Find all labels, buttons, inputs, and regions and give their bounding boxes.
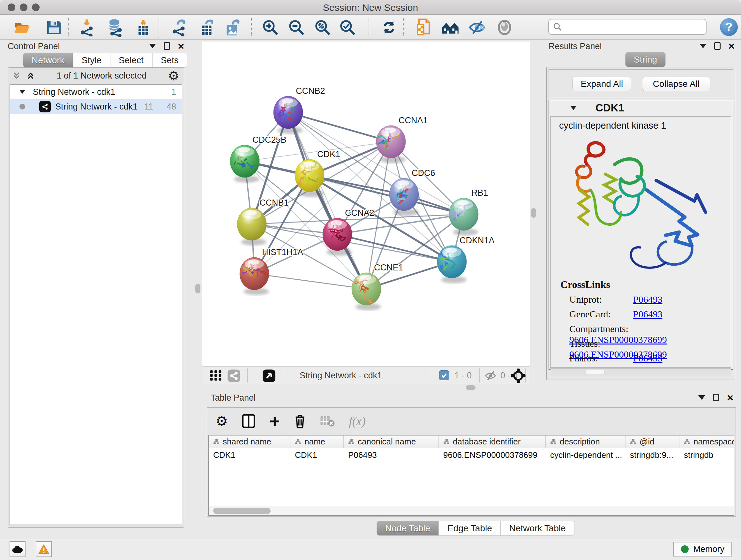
network-node-CCNE1[interactable]: CCNE1	[352, 263, 403, 310]
string-home-button[interactable]	[441, 18, 460, 37]
column-header-name[interactable]: name	[290, 435, 344, 448]
tab-node-table[interactable]: Node Table	[377, 521, 439, 536]
zoom-in-button[interactable]	[261, 18, 280, 37]
table-cell[interactable]: CDK1	[209, 448, 290, 462]
network-edge-CCNA1-CCNB2[interactable]	[288, 112, 391, 142]
column-header-description[interactable]: description	[546, 435, 625, 448]
detach-view-button[interactable]	[262, 369, 276, 382]
table-cell[interactable]: stringdb:9...	[625, 448, 679, 462]
column-header-database-identifier[interactable]: database identifier	[439, 435, 546, 448]
tab-network-table[interactable]: Network Table	[501, 521, 575, 536]
network-canvas[interactable]: CCNB2CCNA1CDC25BCDK1CDC6RB1CCNB1CCNA2CDK…	[202, 42, 530, 366]
network-row[interactable]: String Network - cdk1 11 48	[10, 99, 182, 114]
warnings-button[interactable]	[36, 541, 52, 557]
cloud-status-button[interactable]	[10, 541, 25, 557]
show-columns-button[interactable]	[242, 414, 255, 428]
column-header-namespace[interactable]: namespace	[679, 435, 734, 448]
string-import-button[interactable]	[415, 18, 433, 37]
import-table-button[interactable]	[134, 18, 152, 37]
network-edge-CCNB2-CCNE1[interactable]	[288, 112, 366, 289]
collapse-all-button[interactable]: Collapse All	[642, 77, 711, 91]
network-node-RB1[interactable]: RB1	[449, 188, 488, 236]
tab-style[interactable]: Style	[73, 53, 110, 68]
crosslink-label: Uniprot:	[569, 294, 633, 305]
show-hide-labels-button[interactable]	[468, 18, 486, 37]
import-network-from-database-button[interactable]	[106, 18, 125, 37]
function-builder-button[interactable]: f(x)	[349, 414, 366, 428]
network-node-CDKN1A[interactable]: CDKN1A	[437, 236, 494, 283]
zoom-selected-button[interactable]	[338, 18, 357, 37]
delete-column-button[interactable]	[294, 414, 306, 428]
table-cell[interactable]: CDK1	[290, 448, 344, 462]
table-hscrollbar[interactable]	[209, 506, 734, 515]
crosslink-link[interactable]: P06493	[633, 294, 663, 305]
column-header-@id[interactable]: @id	[625, 435, 679, 448]
tab-string[interactable]: String	[625, 52, 666, 67]
right-splitter-handle[interactable]	[531, 208, 536, 218]
tab-network[interactable]: Network	[23, 53, 73, 68]
table-cell[interactable]: cyclin-dependent ...	[546, 448, 625, 462]
export-network-button[interactable]	[171, 18, 189, 37]
add-column-button[interactable]: +	[269, 414, 280, 428]
cdk1-entry-header[interactable]: CDK1	[549, 100, 733, 116]
table-cell[interactable]: P06493	[344, 448, 439, 462]
close-panel-icon[interactable]: ×	[728, 42, 735, 50]
float-panel-icon[interactable]	[713, 394, 719, 401]
table-hscroll-thumb[interactable]	[213, 508, 271, 514]
selected-indicator-checkbox[interactable]	[439, 370, 449, 380]
panel-menu-icon[interactable]	[698, 395, 705, 400]
open-session-button[interactable]	[13, 18, 31, 37]
navigator-button[interactable]	[511, 368, 526, 383]
float-panel-icon[interactable]	[714, 42, 721, 50]
tab-sets[interactable]: Sets	[152, 53, 187, 68]
network-node-CCNB2[interactable]: CCNB2	[273, 86, 325, 134]
table-cell[interactable]: stringdb	[679, 448, 734, 462]
import-network-button[interactable]	[78, 18, 97, 37]
crosslink-link[interactable]: P06493	[633, 353, 663, 363]
left-splitter-handle[interactable]	[195, 284, 200, 294]
column-header-shared-name[interactable]: shared name	[209, 435, 290, 448]
search-input[interactable]	[562, 22, 699, 32]
network-collection-row[interactable]: String Network - cdk1 1	[10, 84, 182, 99]
column-header-canonical-name[interactable]: canonical name	[344, 435, 439, 448]
network-label: String Network - cdk1	[55, 102, 138, 112]
gear-icon[interactable]: ⚙	[168, 69, 179, 82]
horizontal-splitter-handle[interactable]	[466, 385, 475, 390]
birdseye-grid-button[interactable]	[209, 369, 222, 382]
expand-all-button[interactable]: Expand All	[572, 77, 631, 91]
delete-table-button[interactable]	[320, 415, 335, 428]
float-panel-icon[interactable]	[164, 42, 170, 50]
crosslink-link[interactable]: P06493	[633, 309, 663, 319]
export-image-button[interactable]	[223, 18, 242, 37]
memory-button[interactable]: Memory	[673, 542, 732, 557]
help-button[interactable]: ?	[720, 18, 738, 36]
close-panel-icon[interactable]: ×	[178, 42, 184, 50]
table-cell[interactable]: 9606.ENSP00000378699	[439, 448, 546, 462]
node-table: shared namenamecanonical namedatabase id…	[208, 435, 734, 516]
network-node-HIST1H1A[interactable]: HIST1H1A	[239, 247, 303, 295]
close-panel-icon[interactable]: ×	[727, 394, 733, 401]
entry-collapse-icon[interactable]	[570, 106, 577, 110]
results-scrollbar[interactable]	[550, 368, 731, 375]
network-node-CCNA1[interactable]: CCNA1	[376, 116, 428, 163]
hidden-elements-button[interactable]	[484, 370, 496, 382]
save-session-button[interactable]	[45, 18, 63, 37]
table-gear-icon[interactable]: ⚙	[215, 414, 228, 428]
collection-expand-icon[interactable]	[19, 90, 25, 94]
presentation-mode-button[interactable]	[495, 18, 514, 37]
export-table-button[interactable]	[198, 18, 216, 37]
tab-select[interactable]: Select	[110, 53, 152, 68]
network-edge-CCNE1-HIST1H1A[interactable]	[254, 273, 366, 289]
panel-menu-icon[interactable]	[699, 44, 706, 48]
zoom-fit-button[interactable]	[313, 18, 332, 37]
zoom-out-button[interactable]	[287, 18, 306, 37]
tab-edge-table[interactable]: Edge Table	[439, 521, 501, 536]
panel-menu-icon[interactable]	[149, 44, 156, 48]
network-share-button[interactable]	[227, 369, 241, 382]
zoom-fit-icon	[314, 18, 332, 37]
table-row[interactable]: CDK1CDK1P064939606.ENSP00000378699cyclin…	[209, 448, 734, 462]
network-node-CCNB1[interactable]: CCNB1	[237, 198, 289, 246]
collapse-all-icon[interactable]	[12, 71, 21, 80]
expand-all-icon[interactable]	[26, 71, 36, 80]
apply-layout-button[interactable]	[380, 18, 398, 37]
